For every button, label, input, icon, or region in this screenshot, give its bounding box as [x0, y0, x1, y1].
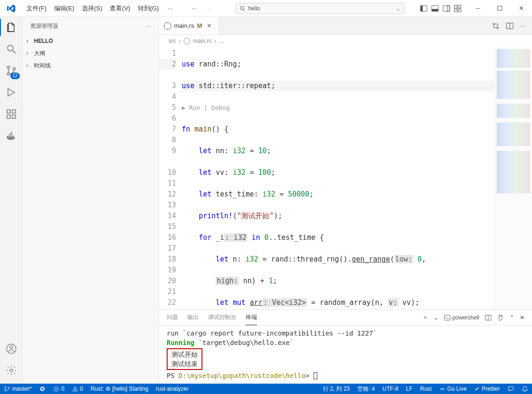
status-indentation[interactable]: 空格: 4 [354, 385, 379, 393]
svg-rect-3 [420, 6, 423, 11]
svg-rect-8 [454, 5, 457, 8]
terminal-content[interactable]: run `cargo report future-incompatibiliti… [159, 326, 532, 384]
activity-accounts-icon[interactable] [5, 342, 18, 355]
activity-bar: 12 [0, 17, 23, 384]
status-errors[interactable]: 0 [49, 384, 68, 394]
editor-actions: ··· [485, 17, 532, 34]
menu-overflow[interactable]: ··· [162, 0, 177, 17]
maximize-panel-icon[interactable]: ⌃ [509, 314, 514, 321]
breadcrumb-item[interactable]: src [169, 38, 176, 44]
status-notifications-icon[interactable] [518, 386, 532, 392]
svg-rect-5 [432, 9, 438, 11]
svg-rect-29 [444, 315, 450, 320]
sidebar-section-label: 大纲 [34, 49, 45, 57]
nav-arrows: ← → [177, 5, 226, 12]
split-terminal-icon[interactable] [485, 314, 492, 321]
minimap[interactable] [494, 47, 532, 309]
tab-close-icon[interactable]: ✕ [205, 22, 214, 29]
status-cursor-position[interactable]: 行 2, 列 23 [319, 385, 354, 393]
close-panel-icon[interactable]: ✕ [520, 314, 524, 321]
sidebar-section-hello[interactable]: › HELLO [23, 35, 159, 47]
svg-point-39 [75, 390, 75, 391]
title-bar: 文件(F) 编辑(E) 选择(S) 查看(V) 转到(G) ··· ← → he… [0, 0, 532, 17]
svg-point-32 [5, 386, 6, 388]
status-rust-analyzer[interactable]: rust-analyzer [152, 384, 192, 394]
svg-line-14 [13, 50, 16, 53]
sidebar-section-outline[interactable]: › 大纲 [23, 47, 159, 59]
menu-view[interactable]: 查看(V) [106, 0, 134, 17]
svg-point-26 [497, 27, 499, 29]
svg-rect-12 [498, 6, 502, 10]
compare-changes-icon[interactable] [492, 22, 500, 30]
menu-selection[interactable]: 选择(S) [78, 0, 106, 17]
menu-edit[interactable]: 编辑(E) [50, 0, 78, 17]
search-text: hello [248, 5, 260, 12]
menu-go[interactable]: 转到(G) [134, 0, 163, 17]
kill-terminal-icon[interactable] [497, 314, 504, 321]
svg-rect-11 [458, 9, 461, 12]
activity-run-debug-icon[interactable] [5, 86, 18, 99]
menu-file[interactable]: 文件(F) [23, 0, 50, 17]
breadcrumb-item[interactable]: main.rs [193, 38, 211, 44]
close-button[interactable]: ✕ [510, 0, 532, 17]
code-content[interactable]: use rand::Rng; use std::iter::repeat; ▶ … [182, 47, 494, 309]
layout-sidebar-right-icon[interactable] [443, 5, 450, 12]
status-sync[interactable] [35, 384, 49, 394]
activity-settings-icon[interactable] [5, 364, 18, 377]
terminal-highlight-box: 测试开始 测试结束 [167, 348, 202, 370]
status-prettier[interactable]: Prettier [470, 386, 504, 392]
status-rust[interactable]: Rust: ⚙ [hello] Starting [87, 384, 152, 394]
command-center-search[interactable]: hello ⌄ [235, 3, 405, 14]
editor-tab-bar: main.rs M ✕ ··· [159, 17, 532, 35]
svg-rect-41 [508, 387, 514, 390]
layout-panel-icon[interactable] [431, 5, 439, 12]
status-warnings[interactable]: 0 [68, 384, 87, 394]
nav-forward-icon[interactable]: → [206, 5, 212, 12]
status-encoding[interactable]: UTF-8 [379, 386, 402, 392]
panel-tab-output[interactable]: 输出 [187, 310, 199, 325]
activity-docker-icon[interactable] [5, 129, 18, 142]
status-eol[interactable]: LF [402, 386, 416, 392]
svg-point-13 [8, 45, 13, 51]
new-terminal-icon[interactable]: ＋ [422, 313, 428, 321]
panel-tab-problems[interactable]: 问题 [167, 310, 178, 325]
line-number-gutter: 12 3456789 10111213141516171819202122 [159, 47, 182, 309]
sidebar-title: 资源管理器 [30, 22, 58, 30]
sidebar-section-timeline[interactable]: › 时间线 [23, 59, 159, 72]
status-language[interactable]: Rust [416, 386, 435, 392]
svg-point-23 [10, 346, 13, 349]
terminal-dropdown-icon[interactable]: ⌄ [434, 314, 438, 321]
svg-point-24 [10, 369, 13, 372]
layout-customize-icon[interactable] [454, 5, 461, 12]
svg-rect-20 [12, 115, 16, 118]
maximize-button[interactable] [489, 0, 510, 17]
status-go-live[interactable]: Go Live [435, 386, 470, 392]
sidebar-more-icon[interactable]: ··· [146, 23, 151, 29]
minimize-button[interactable]: ─ [467, 0, 489, 17]
more-actions-icon[interactable]: ··· [520, 22, 525, 29]
svg-point-34 [8, 387, 9, 389]
text-editor[interactable]: 12 3456789 10111213141516171819202122 us… [159, 47, 532, 309]
vscode-logo-icon [0, 4, 23, 13]
svg-line-1 [243, 9, 245, 10]
layout-sidebar-left-icon[interactable] [420, 5, 427, 12]
bottom-panel: 问题 输出 调试控制台 终端 ＋ ⌄ powershell ⌃ ✕ run `c… [159, 309, 532, 384]
nav-back-icon[interactable]: ← [191, 5, 197, 12]
panel-tab-terminal[interactable]: 终端 [246, 310, 257, 325]
activity-explorer-icon[interactable] [5, 21, 18, 34]
status-feedback-icon[interactable] [504, 386, 518, 392]
editor-group: main.rs M ✕ ··· src › main.rs › ... 12 3… [159, 17, 532, 384]
activity-extensions-icon[interactable] [5, 107, 18, 121]
split-editor-icon[interactable] [506, 22, 514, 30]
breadcrumb[interactable]: src › main.rs › ... [159, 35, 532, 47]
panel-tab-debug-console[interactable]: 调试控制台 [208, 310, 236, 325]
breadcrumb-item[interactable]: ... [219, 38, 224, 44]
activity-search-icon[interactable] [5, 42, 18, 56]
code-lens-run-debug[interactable]: ▶ Run | Debug [182, 102, 494, 113]
editor-tab-main-rs[interactable]: main.rs M ✕ [159, 17, 219, 34]
terminal-profile-icon[interactable]: powershell [444, 314, 479, 321]
svg-rect-19 [7, 115, 10, 118]
activity-source-control-icon[interactable]: 12 [5, 64, 18, 77]
sidebar-section-label: HELLO [34, 38, 53, 44]
status-branch[interactable]: master* [0, 384, 35, 394]
